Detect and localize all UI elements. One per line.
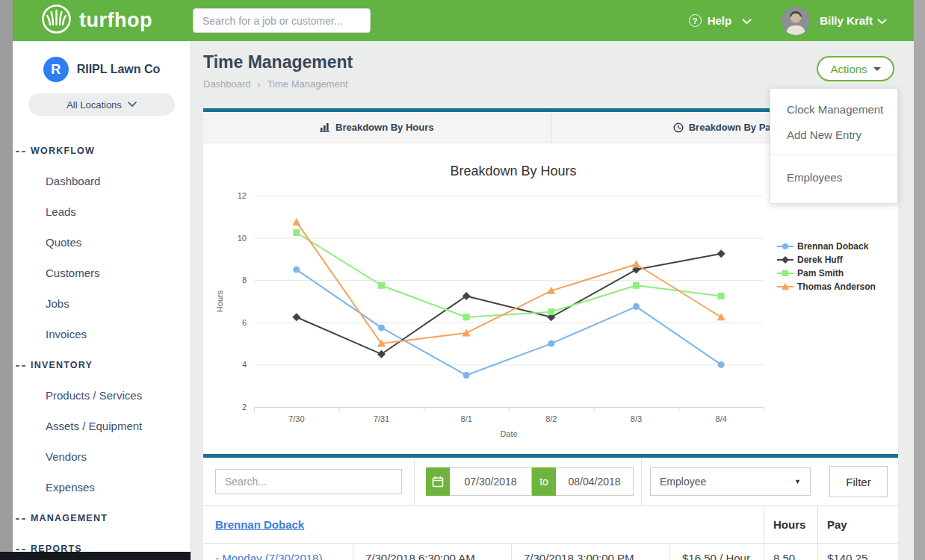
calendar-button[interactable] xyxy=(426,467,450,496)
svg-text:8/3: 8/3 xyxy=(631,414,642,423)
avatar[interactable] xyxy=(782,7,810,35)
bar-chart-icon xyxy=(320,122,330,132)
diamond-marker-icon xyxy=(777,255,793,264)
column-header-hours: Hours xyxy=(764,506,817,543)
svg-text:12: 12 xyxy=(238,191,247,200)
date-to-input[interactable] xyxy=(556,467,634,496)
topbar-right-group: ? Help Billy Kraft xyxy=(689,7,887,35)
chevron-down-icon[interactable] xyxy=(877,14,887,28)
caret-down-icon xyxy=(873,67,881,71)
user-name[interactable]: Billy Kraft xyxy=(820,14,873,27)
breadcrumb: Dashboard › Time Management xyxy=(203,78,348,90)
sidebar-section-workflow[interactable]: WORKFLOW xyxy=(13,135,191,166)
page-title: Time Management xyxy=(203,52,353,72)
legend-label: Pam Smith xyxy=(797,268,844,279)
brand-wordmark: turfhop xyxy=(79,9,152,32)
calendar-icon xyxy=(432,476,444,488)
company-badge: R xyxy=(43,57,69,82)
tree-dashes-icon xyxy=(16,365,25,367)
svg-text:Breakdown By Hours: Breakdown By Hours xyxy=(450,164,576,178)
column-header-pay: Pay xyxy=(817,506,898,543)
legend-label: Brennan Doback xyxy=(797,241,868,252)
triangle-marker-icon xyxy=(777,282,793,291)
sidebar-item-customers[interactable]: Customers xyxy=(13,258,191,288)
chevron-down-icon xyxy=(742,14,752,28)
select-caret-icon: ▼ xyxy=(794,478,801,485)
hours-cell: 8.50 xyxy=(764,544,817,560)
actions-button[interactable]: Actions xyxy=(817,56,894,81)
chart-legend: Brennan DobackDerek HuffPam SmithThomas … xyxy=(777,240,876,293)
table-header-row: Brennan Doback Hours Pay xyxy=(203,506,898,544)
left-scrollbar-track-end xyxy=(0,552,13,560)
sidebar-item-jobs[interactable]: Jobs xyxy=(13,288,191,319)
clock-out-cell: 7/30/2018 3:00:00 PM xyxy=(511,544,669,560)
circle-marker-icon xyxy=(777,242,793,251)
sidebar-item-leads[interactable]: Leads xyxy=(13,196,191,227)
sidebar-section-inventory[interactable]: INVENTORY xyxy=(13,349,191,380)
svg-text:8/1: 8/1 xyxy=(461,414,472,423)
help-icon: ? xyxy=(689,14,702,27)
employee-group-link[interactable]: Brennan Doback xyxy=(215,518,304,531)
table-search-input[interactable] xyxy=(215,469,402,494)
sidebar-item-quotes[interactable]: Quotes xyxy=(13,227,191,258)
sidebar-section-management[interactable]: MANAGEMENT xyxy=(13,503,191,533)
clock-in-cell: 7/30/2018 6:30:00 AM xyxy=(353,544,511,560)
time-entries-table: Brennan Doback Hours Pay - Monday (7/30/… xyxy=(203,506,898,560)
top-bar: turfhop ? Help Billy Kraft xyxy=(13,0,914,41)
sidebar-item-vendors[interactable]: Vendors xyxy=(13,441,191,472)
filter-button[interactable]: Filter xyxy=(829,466,888,497)
date-range-group: to xyxy=(426,467,634,496)
legend-label: Derek Huff xyxy=(797,255,843,265)
main-content: Time Management Dashboard › Time Managem… xyxy=(191,41,914,560)
left-scrollbar[interactable] xyxy=(0,0,13,560)
sidebar-item-products-services[interactable]: Products / Services xyxy=(13,380,191,411)
svg-text:6: 6 xyxy=(242,318,247,327)
help-menu[interactable]: ? Help xyxy=(689,14,752,28)
svg-text:Hours: Hours xyxy=(215,290,224,312)
filter-bar: to Employee ▼ Filter xyxy=(203,458,898,506)
sidebar-item-dashboard[interactable]: Dashboard xyxy=(13,166,191,196)
filter-divider xyxy=(641,458,642,506)
day-link[interactable]: - Monday (7/30/2018) xyxy=(215,552,322,560)
help-label: Help xyxy=(708,14,732,27)
svg-text:2: 2 xyxy=(242,402,247,411)
svg-text:8/2: 8/2 xyxy=(545,414,557,423)
legend-item[interactable]: Derek Huff xyxy=(777,253,876,267)
sidebar-item-invoices[interactable]: Invoices xyxy=(13,319,191,349)
tab-breakdown-by-hours[interactable]: Breakdown By Hours xyxy=(203,112,551,143)
right-scrollbar[interactable] xyxy=(914,0,925,560)
svg-text:Date: Date xyxy=(500,429,517,438)
breadcrumb-separator: › xyxy=(258,79,261,90)
menu-item-employees[interactable]: Employees xyxy=(770,164,897,190)
location-filter[interactable]: All Locations xyxy=(28,93,175,116)
filter-divider xyxy=(414,458,415,506)
company-name: RIIPL Lawn Co xyxy=(77,63,161,76)
svg-text:8: 8 xyxy=(242,276,247,284)
employee-select[interactable]: Employee ▼ xyxy=(650,467,811,496)
date-from-input[interactable] xyxy=(450,467,532,496)
legend-item[interactable]: Thomas Anderson xyxy=(777,280,876,293)
legend-item[interactable]: Brennan Doback xyxy=(777,240,876,253)
sidebar-nav: WORKFLOW Dashboard Leads Quotes Customer… xyxy=(13,135,191,560)
pay-cell: $140.25 xyxy=(817,544,898,560)
company-row: R RIIPL Lawn Co xyxy=(13,41,191,82)
breadcrumb-dashboard[interactable]: Dashboard xyxy=(203,78,251,90)
location-filter-label: All Locations xyxy=(66,99,122,111)
tree-dashes-icon xyxy=(16,518,25,520)
sidebar-item-expenses[interactable]: Expenses xyxy=(13,472,191,503)
sidebar-footer xyxy=(13,552,191,560)
legend-item[interactable]: Pam Smith xyxy=(777,267,876,280)
sidebar-item-assets-equipment[interactable]: Assets / Equipment xyxy=(13,411,191,441)
date-to-label: to xyxy=(532,467,556,496)
brand-logo[interactable]: turfhop xyxy=(41,4,152,37)
legend-label: Thomas Anderson xyxy=(797,281,876,292)
svg-text:8/4: 8/4 xyxy=(716,414,727,423)
menu-item-clock-management[interactable]: Clock Management xyxy=(770,96,897,122)
clock-icon xyxy=(673,122,684,133)
global-search-input[interactable] xyxy=(193,8,371,33)
svg-text:10: 10 xyxy=(238,234,247,243)
menu-divider xyxy=(770,155,897,155)
square-marker-icon xyxy=(777,269,793,278)
rate-cell: $16.50 / Hour xyxy=(669,544,764,560)
menu-item-add-new-entry[interactable]: Add New Entry xyxy=(770,122,897,147)
